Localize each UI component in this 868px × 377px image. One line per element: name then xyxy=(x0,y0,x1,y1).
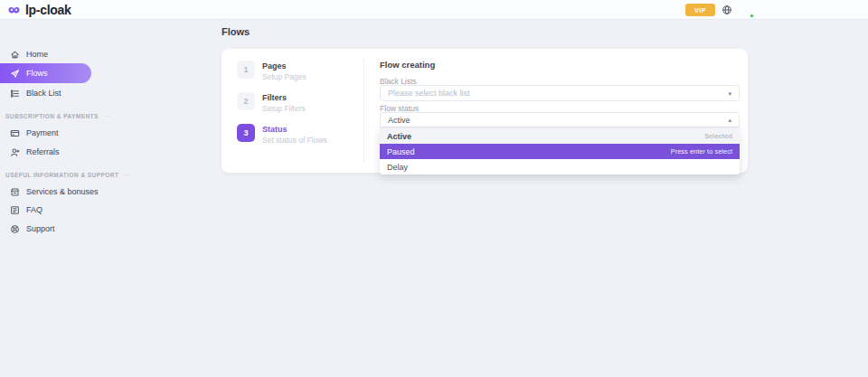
black-list-icon xyxy=(10,89,20,99)
step-subtitle: Setup Filters xyxy=(262,104,306,113)
option-label: Active xyxy=(387,132,411,141)
flows-icon xyxy=(10,69,20,79)
card-divider xyxy=(363,59,364,163)
option-hint: Selected xyxy=(704,132,732,140)
sidebar-item-label: Services & bonuses xyxy=(26,187,99,196)
online-status-dot xyxy=(750,14,754,18)
sidebar-item-label: Support xyxy=(26,224,55,233)
step-number-badge: 1 xyxy=(237,61,255,79)
sidebar-item-flows[interactable]: Flows xyxy=(0,63,91,83)
black-lists-placeholder: Please select black list xyxy=(388,89,470,98)
top-bar: lp-cloak VIP xyxy=(0,0,868,20)
step-title: Filters xyxy=(262,93,306,102)
option-active[interactable]: Active Selected xyxy=(380,128,740,144)
wizard-step-status[interactable]: 3 Status Set status of Flows xyxy=(237,124,354,145)
black-lists-select[interactable]: Please select black list ▾ xyxy=(380,85,740,101)
form-heading: Flow creating xyxy=(380,60,435,70)
chevron-down-icon: ▾ xyxy=(728,90,731,97)
language-globe-icon[interactable] xyxy=(722,5,732,15)
user-plus-icon xyxy=(10,147,20,157)
step-number-badge: 3 xyxy=(237,124,255,142)
sidebar-item-label: Black List xyxy=(26,89,61,98)
step-subtitle: Set status of Flows xyxy=(262,136,327,145)
sidebar-item-black-list[interactable]: Black List xyxy=(0,84,61,102)
flow-status-dropdown: Active Selected Paused Press enter to se… xyxy=(380,127,740,174)
sidebar-item-faq[interactable]: FAQ xyxy=(0,201,42,219)
sidebar-item-support[interactable]: Support xyxy=(0,220,55,238)
sidebar-item-label: Payment xyxy=(26,128,59,137)
flow-creating-card: 1 Pages Setup Pages 2 Filters Setup Filt… xyxy=(222,49,748,173)
step-number-badge: 2 xyxy=(237,92,255,110)
logo-text: lp-cloak xyxy=(25,3,71,17)
option-hint: Press enter to select xyxy=(671,147,732,156)
app-logo[interactable]: lp-cloak xyxy=(7,0,71,20)
flow-status-select[interactable]: Active ▴ xyxy=(380,112,740,127)
sidebar-item-payment[interactable]: Payment xyxy=(0,124,59,142)
option-paused[interactable]: Paused Press enter to select xyxy=(380,144,740,159)
step-title: Status xyxy=(262,125,327,134)
sidebar-item-services[interactable]: Services & bonuses xyxy=(0,183,99,201)
chevron-up-icon: ▴ xyxy=(728,117,731,123)
sidebar-item-referrals[interactable]: Referrals xyxy=(0,143,60,161)
step-subtitle: Setup Pages xyxy=(262,72,307,81)
sidebar-section-subscription: SUBSCRIPTION & PAYMENTS xyxy=(5,110,107,121)
sidebar-section-support: USEFUL INFORMATION & SUPPORT xyxy=(5,169,107,180)
faq-book-icon xyxy=(10,205,20,215)
wizard-step-pages[interactable]: 1 Pages Setup Pages xyxy=(237,61,354,81)
storefront-icon xyxy=(10,187,20,197)
user-avatar[interactable] xyxy=(739,3,753,17)
credit-card-icon xyxy=(10,128,20,138)
sidebar-item-label: Flows xyxy=(26,69,48,78)
option-delay[interactable]: Delay xyxy=(380,159,740,174)
step-title: Pages xyxy=(262,61,307,71)
sidebar-item-label: Home xyxy=(26,50,48,59)
home-icon xyxy=(10,50,20,60)
lifebuoy-icon xyxy=(10,224,20,234)
mask-logo-icon xyxy=(7,5,21,15)
option-label: Delay xyxy=(387,163,408,172)
sidebar-item-label: FAQ xyxy=(26,205,42,214)
app-window: lp-cloak VIP Home xyxy=(0,0,868,377)
flow-status-value: Active xyxy=(388,116,410,125)
vip-button[interactable]: VIP xyxy=(685,4,715,16)
header-actions: VIP xyxy=(685,0,753,20)
sidebar: Home Flows Black List SUBSCRIPTION & PAY… xyxy=(0,20,163,377)
page-title: Flows xyxy=(222,26,250,37)
sidebar-item-home[interactable]: Home xyxy=(0,45,48,63)
option-label: Paused xyxy=(387,147,415,156)
wizard-step-filters[interactable]: 2 Filters Setup Filters xyxy=(237,92,354,113)
sidebar-item-label: Referrals xyxy=(26,147,60,156)
